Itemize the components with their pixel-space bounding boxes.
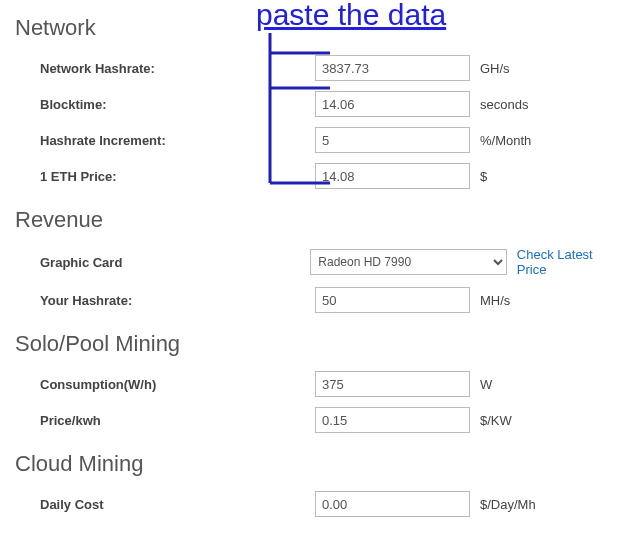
section-heading-solopool: Solo/Pool Mining xyxy=(15,331,624,357)
unit-price-kwh: $/KW xyxy=(480,413,512,428)
unit-eth-price: $ xyxy=(480,169,487,184)
row-network-hashrate: Network Hashrate: GH/s xyxy=(15,55,624,81)
unit-hashrate-increment: %/Month xyxy=(480,133,531,148)
input-network-hashrate[interactable] xyxy=(315,55,470,81)
select-graphic-card[interactable]: Radeon HD 7990 xyxy=(310,249,507,275)
input-hashrate-increment[interactable] xyxy=(315,127,470,153)
label-consumption: Consumption(W/h) xyxy=(15,377,315,392)
annotation-paste-data: paste the data xyxy=(256,0,446,32)
row-your-hashrate: Your Hashrate: MH/s xyxy=(15,287,624,313)
label-blocktime: Blocktime: xyxy=(15,97,315,112)
row-blocktime: Blocktime: seconds xyxy=(15,91,624,117)
unit-daily-cost: $/Day/Mh xyxy=(480,497,536,512)
input-your-hashrate[interactable] xyxy=(315,287,470,313)
input-eth-price[interactable] xyxy=(315,163,470,189)
link-check-latest-price[interactable]: Check Latest Price xyxy=(517,247,624,277)
row-eth-price: 1 ETH Price: $ xyxy=(15,163,624,189)
label-graphic-card: Graphic Card xyxy=(15,255,310,270)
unit-consumption: W xyxy=(480,377,492,392)
label-network-hashrate: Network Hashrate: xyxy=(15,61,315,76)
unit-blocktime: seconds xyxy=(480,97,528,112)
label-price-kwh: Price/kwh xyxy=(15,413,315,428)
section-heading-cloud: Cloud Mining xyxy=(15,451,624,477)
unit-your-hashrate: MH/s xyxy=(480,293,510,308)
section-heading-revenue: Revenue xyxy=(15,207,624,233)
row-consumption: Consumption(W/h) W xyxy=(15,371,624,397)
row-daily-cost: Daily Cost $/Day/Mh xyxy=(15,491,624,517)
unit-network-hashrate: GH/s xyxy=(480,61,510,76)
label-hashrate-increment: Hashrate Increment: xyxy=(15,133,315,148)
label-eth-price: 1 ETH Price: xyxy=(15,169,315,184)
label-daily-cost: Daily Cost xyxy=(15,497,315,512)
input-daily-cost[interactable] xyxy=(315,491,470,517)
row-hashrate-increment: Hashrate Increment: %/Month xyxy=(15,127,624,153)
input-blocktime[interactable] xyxy=(315,91,470,117)
row-graphic-card: Graphic Card Radeon HD 7990 Check Latest… xyxy=(15,247,624,277)
row-price-kwh: Price/kwh $/KW xyxy=(15,407,624,433)
input-consumption[interactable] xyxy=(315,371,470,397)
label-your-hashrate: Your Hashrate: xyxy=(15,293,315,308)
input-price-kwh[interactable] xyxy=(315,407,470,433)
